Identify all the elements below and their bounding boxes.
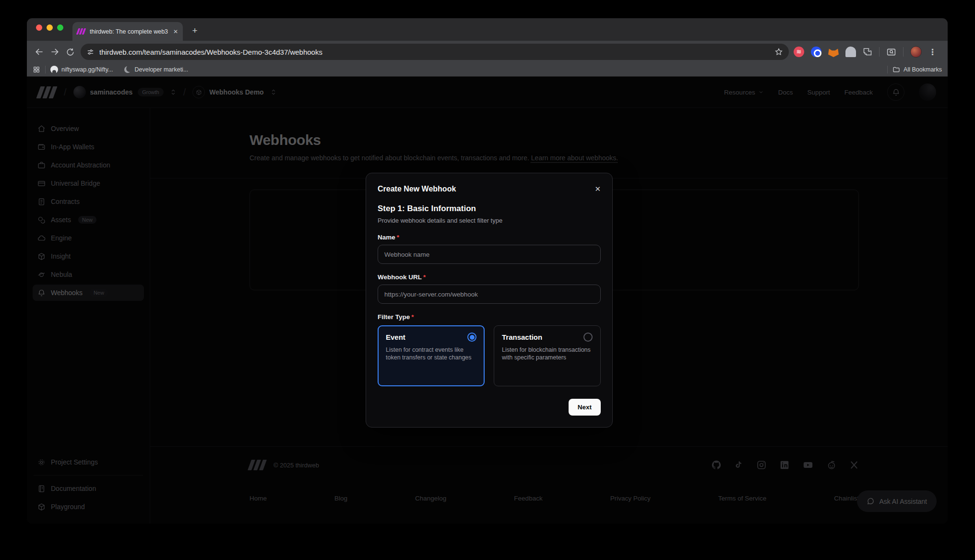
step-subtitle: Provide webhook details and select filte… — [378, 217, 601, 224]
browser-tab[interactable]: thirdweb: The complete web3 ✕ — [72, 22, 183, 41]
bookmarks-separator — [45, 66, 46, 73]
url-text[interactable]: thirdweb.com/team/saminacodes/Webhooks-D… — [99, 48, 770, 56]
filter-option-event[interactable]: Event Listen for contract events like to… — [378, 325, 485, 386]
thirdweb-favicon-icon — [77, 28, 86, 35]
tab-strip: thirdweb: The complete web3 ✕ + — [27, 18, 948, 41]
webhook-name-input[interactable] — [378, 245, 601, 264]
toolbar-separator — [879, 47, 880, 57]
folder-icon — [892, 66, 900, 73]
browser-window: thirdweb: The complete web3 ✕ + thirdweb… — [27, 18, 948, 524]
close-window-button[interactable] — [36, 24, 42, 31]
new-tab-button[interactable]: + — [188, 24, 202, 37]
close-icon[interactable]: ✕ — [595, 185, 601, 193]
back-icon[interactable] — [32, 44, 47, 60]
bookmark-star-icon[interactable] — [774, 48, 783, 56]
address-bar[interactable]: thirdweb.com/team/saminacodes/Webhooks-D… — [81, 44, 789, 60]
extensions-puzzle-icon[interactable] — [863, 47, 872, 57]
extensions-row: ⋮ — [794, 46, 937, 58]
tab-close-icon[interactable]: ✕ — [173, 28, 178, 35]
webpage: / saminacodes Growth / Webhooks Demo — [27, 77, 948, 524]
zoom-window-button[interactable] — [57, 24, 63, 31]
browser-profile-avatar[interactable] — [910, 46, 922, 58]
minimize-window-button[interactable] — [47, 24, 53, 31]
bookmarks-bar: niftyswap.gg/Nifty... Developer marketi.… — [27, 63, 948, 77]
filter-option-transaction[interactable]: Transaction Listen for blockchain transa… — [494, 325, 601, 386]
modal-title: Create New Webhook — [378, 185, 456, 193]
radio-unselected-icon[interactable] — [583, 333, 593, 342]
extension-icon[interactable] — [794, 47, 804, 57]
search-tabs-icon[interactable] — [886, 47, 896, 57]
forward-icon[interactable] — [47, 44, 62, 60]
create-webhook-modal: Create New Webhook ✕ Step 1: Basic Infor… — [366, 173, 613, 428]
name-label: Name* — [378, 234, 601, 241]
browser-menu-icon[interactable]: ⋮ — [928, 47, 937, 57]
tab-title: thirdweb: The complete web3 — [90, 28, 169, 35]
phantom-icon[interactable] — [845, 47, 856, 57]
bookmarks-separator — [887, 66, 888, 73]
all-bookmarks-button[interactable]: All Bookmarks — [892, 66, 942, 73]
toolbar-separator — [903, 47, 904, 57]
apps-grid-icon[interactable] — [33, 66, 40, 73]
filter-type-label: Filter Type* — [378, 313, 601, 321]
all-bookmarks-label: All Bookmarks — [904, 66, 942, 73]
webhook-url-input[interactable] — [378, 285, 601, 304]
traffic-lights — [36, 24, 63, 31]
radio-selected-icon[interactable] — [467, 333, 476, 342]
extension-icon[interactable] — [811, 47, 821, 57]
webhook-url-label: Webhook URL* — [378, 274, 601, 281]
bookmark-label: niftyswap.gg/Nifty... — [61, 66, 113, 73]
required-asterisk: * — [397, 234, 399, 241]
browser-toolbar: thirdweb.com/team/saminacodes/Webhooks-D… — [27, 41, 948, 63]
bookmark-item[interactable]: niftyswap.gg/Nifty... — [50, 66, 113, 73]
metamask-icon[interactable] — [828, 47, 839, 57]
reload-icon[interactable] — [62, 44, 78, 60]
next-button[interactable]: Next — [569, 399, 601, 416]
bookmark-label: Developer marketi... — [134, 66, 188, 73]
required-asterisk: * — [411, 313, 414, 321]
site-settings-icon[interactable] — [86, 48, 95, 56]
step-title: Step 1: Basic Information — [378, 204, 601, 214]
bookmark-item[interactable]: Developer marketi... — [124, 66, 188, 73]
crescent-favicon-icon — [124, 66, 131, 73]
required-asterisk: * — [423, 274, 426, 281]
github-favicon-icon — [50, 66, 58, 73]
